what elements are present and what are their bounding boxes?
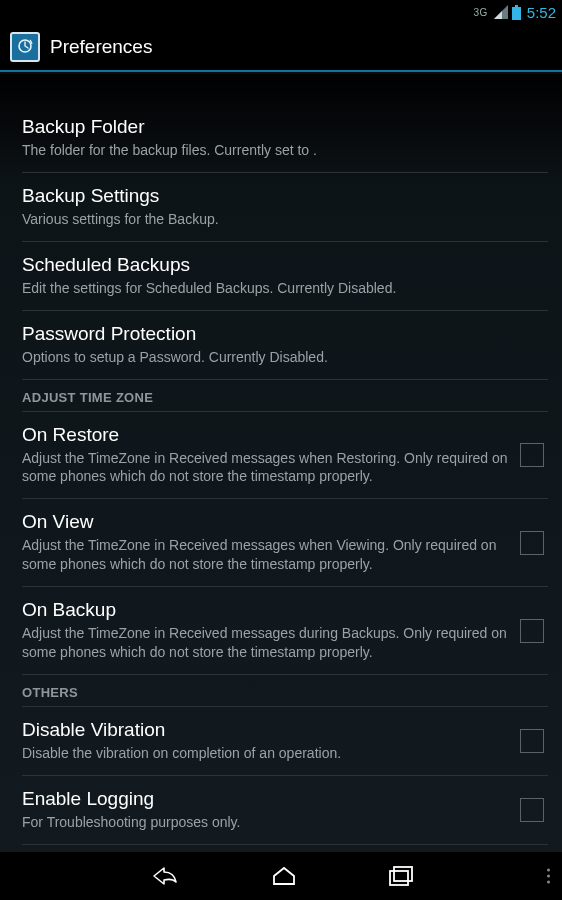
pref-sub: For Troubleshooting purposes only. <box>22 813 508 832</box>
pref-on-backup[interactable]: On Backup Adjust the TimeZone in Receive… <box>22 587 548 675</box>
svg-rect-0 <box>515 5 518 7</box>
pref-sub: Options to setup a Password. Currently D… <box>22 348 548 367</box>
action-bar: Preferences <box>0 24 562 72</box>
pref-title: Backup Settings <box>22 185 548 207</box>
section-others: Others <box>22 675 548 707</box>
pref-sub: Various settings for the Backup. <box>22 210 548 229</box>
checkbox-on-view[interactable] <box>520 531 544 555</box>
pref-title: Backup Folder <box>22 116 548 138</box>
pref-title: On View <box>22 511 508 533</box>
pref-sub: Adjust the TimeZone in Received messages… <box>22 624 508 662</box>
pref-sub: Adjust the TimeZone in Received messages… <box>22 449 508 487</box>
preferences-list[interactable]: Backup Folder The folder for the backup … <box>0 74 562 852</box>
page-title: Preferences <box>50 36 152 58</box>
status-bar: 3G 5:52 <box>0 0 562 24</box>
pref-backup-folder[interactable]: Backup Folder The folder for the backup … <box>22 104 548 173</box>
nav-bar <box>0 852 562 900</box>
checkbox-enable-logging[interactable] <box>520 798 544 822</box>
pref-sub: Adjust the TimeZone in Received messages… <box>22 536 508 574</box>
pref-use-alternate-restore[interactable]: Use Alternate Restore Use if the normal … <box>22 845 548 852</box>
battery-icon <box>512 5 521 20</box>
checkbox-on-backup[interactable] <box>520 619 544 643</box>
pref-title: Enable Logging <box>22 788 508 810</box>
pref-title: On Backup <box>22 599 508 621</box>
recent-apps-button[interactable] <box>388 865 414 887</box>
clock-label: 5:52 <box>527 4 556 21</box>
back-button[interactable] <box>148 864 180 888</box>
checkbox-disable-vibration[interactable] <box>520 729 544 753</box>
pref-on-view[interactable]: On View Adjust the TimeZone in Received … <box>22 499 548 587</box>
pref-title: Disable Vibration <box>22 719 508 741</box>
pref-title: Scheduled Backups <box>22 254 548 276</box>
pref-sub: Edit the settings for Scheduled Backups.… <box>22 279 548 298</box>
network-3g-label: 3G <box>473 7 487 18</box>
pref-sub: Disable the vibration on completion of a… <box>22 744 508 763</box>
section-adjust-time-zone: Adjust Time Zone <box>22 380 548 412</box>
svg-rect-1 <box>512 7 521 20</box>
app-icon <box>10 32 40 62</box>
pref-disable-vibration[interactable]: Disable Vibration Disable the vibration … <box>22 707 548 776</box>
svg-rect-3 <box>390 871 408 885</box>
checkbox-on-restore[interactable] <box>520 443 544 467</box>
signal-icon <box>494 5 508 19</box>
pref-backup-settings[interactable]: Backup Settings Various settings for the… <box>22 173 548 242</box>
svg-rect-4 <box>394 867 412 881</box>
pref-password-protection[interactable]: Password Protection Options to setup a P… <box>22 311 548 380</box>
home-button[interactable] <box>270 864 298 888</box>
pref-sub: The folder for the backup files. Current… <box>22 141 548 160</box>
pref-on-restore[interactable]: On Restore Adjust the TimeZone in Receiv… <box>22 412 548 500</box>
pref-scheduled-backups[interactable]: Scheduled Backups Edit the settings for … <box>22 242 548 311</box>
pref-enable-logging[interactable]: Enable Logging For Troubleshooting purpo… <box>22 776 548 845</box>
nav-menu-icon[interactable] <box>547 869 550 884</box>
pref-title: Password Protection <box>22 323 548 345</box>
pref-title: On Restore <box>22 424 508 446</box>
